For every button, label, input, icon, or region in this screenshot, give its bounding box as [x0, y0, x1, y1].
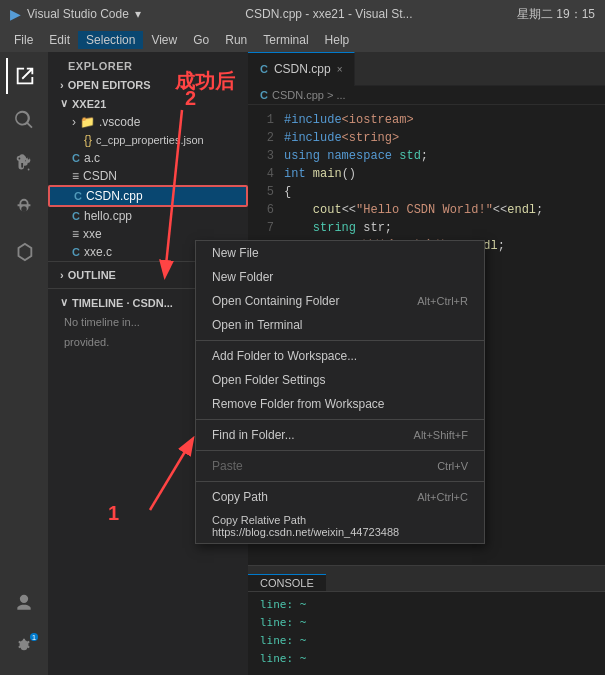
line-code: {	[284, 183, 291, 201]
activity-source-control[interactable]	[6, 146, 42, 182]
console-line: line: ~	[260, 596, 593, 614]
tree-item-csdn-cpp[interactable]: C CSDN.cpp	[48, 185, 248, 207]
tree-item-json[interactable]: {} c_cpp_properties.json	[48, 131, 248, 149]
tree-item-label: c_cpp_properties.json	[96, 134, 204, 146]
console-line: line: ~	[260, 632, 593, 650]
datetime: 星期二 19：15	[517, 6, 595, 23]
ctx-shortcut: Alt+Shift+F	[414, 429, 468, 441]
tree-item-label: CSDN	[83, 169, 117, 183]
tree-item-label: xxe	[83, 227, 102, 241]
chevron-right-icon: ›	[60, 269, 64, 281]
open-editors-label: OPEN EDITORS	[68, 79, 151, 91]
menu-help[interactable]: Help	[317, 31, 358, 49]
menu-file[interactable]: File	[6, 31, 41, 49]
menu-bar: File Edit Selection View Go Run Terminal…	[0, 28, 605, 52]
code-line-4: 4 int main()	[248, 165, 605, 183]
file-c-icon: C	[72, 152, 80, 164]
tree-item-csdn[interactable]: ≡ CSDN	[48, 167, 248, 185]
panel-tabs: CONSOLE	[248, 566, 605, 592]
code-line-2: 2 #include<string>	[248, 129, 605, 147]
line-number: 7	[248, 219, 284, 237]
code-line-3: 3 using namespace std;	[248, 147, 605, 165]
outline-label: OUTLINE	[68, 269, 116, 281]
breadcrumb: C CSDN.cpp > ...	[248, 86, 605, 105]
ctx-label: Open Containing Folder	[212, 294, 339, 308]
chevron-down-icon: ∨	[60, 296, 68, 309]
ctx-new-file[interactable]: New File	[196, 241, 484, 265]
tab-bar: C CSDN.cpp ×	[248, 52, 605, 86]
code-line-1: 1 #include<iostream>	[248, 111, 605, 129]
dropdown-icon: ▾	[135, 7, 141, 21]
xxe21-section[interactable]: ∨ XXE21	[48, 94, 248, 113]
ctx-separator	[196, 340, 484, 341]
ctx-open-folder[interactable]: Open Containing Folder Alt+Ctrl+R	[196, 289, 484, 313]
tree-item-label: CSDN.cpp	[86, 189, 143, 203]
title-bar: ▶ Visual Studio Code ▾ CSDN.cpp - xxe21 …	[0, 0, 605, 28]
activity-account[interactable]	[6, 585, 42, 621]
activity-debug[interactable]	[6, 190, 42, 226]
tree-item-label: .vscode	[99, 115, 140, 129]
console-line: line: ~	[260, 614, 593, 632]
tree-item-ac[interactable]: C a.c	[48, 149, 248, 167]
ctx-remove-folder[interactable]: Remove Folder from Workspace	[196, 392, 484, 416]
console-content: line: ~ line: ~ line: ~ line: ~	[248, 592, 605, 675]
breadcrumb-icon: C	[260, 89, 268, 101]
folder-icon: 📁	[80, 115, 95, 129]
tab-close-button[interactable]: ×	[337, 64, 343, 75]
code-line-6: 6 cout<<"Hello CSDN World!"<<endl;	[248, 201, 605, 219]
ctx-new-folder[interactable]: New Folder	[196, 265, 484, 289]
file-c-icon: C	[72, 246, 80, 258]
ctx-label: Find in Folder...	[212, 428, 295, 442]
title-bar-left: ▶ Visual Studio Code ▾	[10, 6, 141, 22]
file-cpp-icon: C	[72, 210, 80, 222]
menu-go[interactable]: Go	[185, 31, 217, 49]
ctx-paste[interactable]: Paste Ctrl+V	[196, 454, 484, 478]
ctx-open-terminal[interactable]: Open in Terminal	[196, 313, 484, 337]
context-menu: New File New Folder Open Containing Fold…	[195, 240, 485, 544]
ctx-label: Copy Path	[212, 490, 268, 504]
activity-explorer[interactable]	[6, 58, 42, 94]
activity-extensions[interactable]	[6, 234, 42, 270]
activity-search[interactable]	[6, 102, 42, 138]
menu-selection[interactable]: Selection	[78, 31, 143, 49]
line-number: 2	[248, 129, 284, 147]
ctx-separator	[196, 419, 484, 420]
file-json-icon: {}	[84, 133, 92, 147]
menu-run[interactable]: Run	[217, 31, 255, 49]
chevron-down-icon: ∨	[60, 97, 68, 110]
window-title: CSDN.cpp - xxe21 - Visual St...	[245, 7, 412, 21]
tab-file-icon: C	[260, 63, 268, 75]
vscode-icon: ▶	[10, 6, 21, 22]
ctx-label: Copy Relative Path https://blog.csdn.net…	[212, 514, 468, 538]
ctx-shortcut: Alt+Ctrl+C	[417, 491, 468, 503]
breadcrumb-text: CSDN.cpp > ...	[272, 89, 346, 101]
timeline-label: TIMELINE · CSDN...	[72, 297, 173, 309]
panel-tab-console[interactable]: CONSOLE	[248, 574, 326, 591]
ctx-copy-relative[interactable]: Copy Relative Path https://blog.csdn.net…	[196, 509, 484, 543]
ctx-separator	[196, 481, 484, 482]
xxe21-label: XXE21	[72, 98, 106, 110]
tab-csdn-cpp[interactable]: C CSDN.cpp ×	[248, 52, 355, 86]
tree-item-hello-cpp[interactable]: C hello.cpp	[48, 207, 248, 225]
ctx-copy-path[interactable]: Copy Path Alt+Ctrl+C	[196, 485, 484, 509]
menu-view[interactable]: View	[143, 31, 185, 49]
app-name: Visual Studio Code	[27, 7, 129, 21]
tab-label: CSDN.cpp	[274, 62, 331, 76]
open-editors-section[interactable]: › OPEN EDITORS	[48, 76, 248, 94]
tree-item-label: xxe.c	[84, 245, 112, 259]
menu-edit[interactable]: Edit	[41, 31, 78, 49]
ctx-shortcut: Alt+Ctrl+R	[417, 295, 468, 307]
ctx-find-folder[interactable]: Find in Folder... Alt+Shift+F	[196, 423, 484, 447]
ctx-folder-settings[interactable]: Open Folder Settings	[196, 368, 484, 392]
ctx-add-folder[interactable]: Add Folder to Workspace...	[196, 344, 484, 368]
menu-terminal[interactable]: Terminal	[255, 31, 316, 49]
explorer-header: EXPLORER	[48, 52, 248, 76]
code-line-7: 7 string str;	[248, 219, 605, 237]
ctx-separator	[196, 450, 484, 451]
tree-item-vscode[interactable]: › 📁 .vscode	[48, 113, 248, 131]
activity-settings[interactable]: 1	[6, 629, 42, 665]
line-code: #include<iostream>	[284, 111, 414, 129]
ctx-label: New File	[212, 246, 259, 260]
tree-item-label: hello.cpp	[84, 209, 132, 223]
file-icon: ≡	[72, 169, 79, 183]
